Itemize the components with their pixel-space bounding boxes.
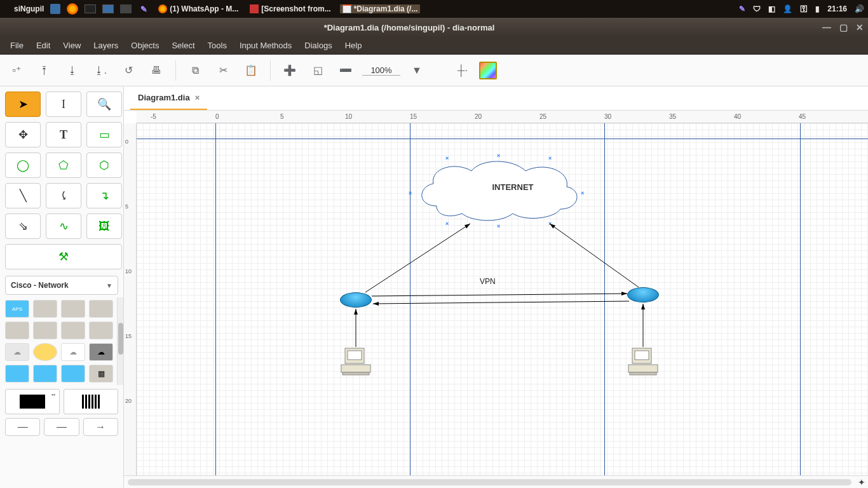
undo-icon[interactable]: ↺ <box>117 59 140 82</box>
close-button[interactable]: ✕ <box>851 22 868 32</box>
fit-button[interactable]: ✦ <box>855 477 868 487</box>
tray-feather-icon[interactable]: ✎ <box>739 4 745 13</box>
shape-palette-selector[interactable]: Cisco - Network ▼ <box>5 276 118 295</box>
outline-tool[interactable]: ⚒ <box>5 244 122 269</box>
shape-flat2[interactable] <box>33 322 57 339</box>
snap-icon[interactable]: ┼· <box>451 59 474 82</box>
terminal-right[interactable] <box>627 347 659 376</box>
shape-oval[interactable] <box>33 343 57 361</box>
zigzag-tool[interactable]: ↴ <box>86 183 122 208</box>
box-tool[interactable]: ▭ <box>86 122 122 147</box>
shape-router3[interactable] <box>61 365 85 383</box>
zoom-in-icon[interactable]: ➕ <box>278 59 301 82</box>
guide-v3[interactable] <box>604 123 605 475</box>
move-tool[interactable]: ✥ <box>5 122 41 147</box>
cloud-internet[interactable]: INTERNET × × × × × × × × <box>411 155 583 225</box>
arc-tool[interactable]: ⤹ <box>46 183 81 208</box>
screenshot-icon[interactable] <box>120 4 132 13</box>
menu-file[interactable]: File <box>4 38 30 53</box>
line-end-arrow-style[interactable]: → <box>83 418 118 436</box>
horizontal-scrollbar[interactable] <box>128 479 851 485</box>
image-tool[interactable]: 🖼 <box>86 214 122 239</box>
shape-cloud1[interactable]: ☁ <box>5 343 29 361</box>
paste-icon[interactable]: 📋 <box>240 59 262 82</box>
key-icon[interactable]: ⚿ <box>800 4 808 13</box>
router-right[interactable] <box>627 287 659 302</box>
shield-icon[interactable]: 🛡 <box>753 4 761 13</box>
task-screenshot[interactable]: [Screenshot from... <box>247 4 333 13</box>
bezier-tool[interactable]: ∿ <box>46 214 81 239</box>
menu-view[interactable]: View <box>57 38 87 53</box>
menu-edit[interactable]: Edit <box>30 38 57 53</box>
line-pattern[interactable] <box>64 389 118 414</box>
shape-box2[interactable] <box>61 300 85 318</box>
vpn-label[interactable]: VPN <box>480 277 496 286</box>
router-left[interactable] <box>340 292 372 308</box>
battery-icon[interactable]: ▮ <box>815 4 820 13</box>
shape-aps[interactable]: APS <box>5 300 29 318</box>
feather-icon[interactable]: ✎ <box>138 3 149 15</box>
new-doc-icon[interactable]: ▫⁺ <box>5 59 28 82</box>
ellipse-tool[interactable]: ◯ <box>5 152 41 178</box>
text-cursor-tool[interactable]: I <box>46 92 81 117</box>
shape-flat1[interactable] <box>5 322 29 339</box>
shape-flat4[interactable] <box>89 322 113 339</box>
shape-box3[interactable] <box>89 300 113 318</box>
print-icon[interactable]: 🖶 <box>145 59 168 82</box>
shape-cloud2[interactable]: ☁ <box>61 343 85 361</box>
horizontal-ruler[interactable]: -5 0 5 10 15 20 25 30 35 40 45 <box>137 111 868 123</box>
taskbar-app-icon[interactable] <box>50 4 60 14</box>
text-tool[interactable]: T <box>46 122 81 147</box>
canvas[interactable]: INTERNET × × × × × × × × <box>137 123 868 475</box>
menu-input-methods[interactable]: Input Methods <box>233 38 298 53</box>
shape-router2[interactable] <box>33 365 57 383</box>
task-dia[interactable]: *Diagram1.dia (/... <box>340 4 421 13</box>
terminal-left[interactable] <box>340 347 372 376</box>
beziergon-tool[interactable]: ⬡ <box>86 152 122 178</box>
shape-box1[interactable] <box>33 300 57 318</box>
menu-select[interactable]: Select <box>165 38 201 53</box>
tab-diagram1[interactable]: Diagram1.dia × <box>130 87 207 110</box>
menu-dialogs[interactable]: Dialogs <box>298 38 338 53</box>
line-style[interactable]: — <box>44 418 79 436</box>
polyline-tool[interactable]: ⇘ <box>5 214 41 239</box>
guide-h1[interactable] <box>137 139 868 139</box>
open-icon[interactable]: ⭱ <box>33 59 56 82</box>
hostname[interactable]: siNgupil <box>14 4 44 13</box>
clock[interactable]: 21:16 <box>827 4 847 13</box>
menu-layers[interactable]: Layers <box>87 38 125 53</box>
zoom-dropdown-icon[interactable]: ▼ <box>405 59 428 82</box>
menu-tools[interactable]: Tools <box>201 38 233 53</box>
vertical-ruler[interactable]: 0 5 10 15 20 <box>124 123 137 475</box>
save-icon[interactable]: ⭳ <box>61 59 84 82</box>
volume-icon[interactable]: 🔊 <box>855 4 864 13</box>
shape-router1[interactable] <box>5 365 29 383</box>
shape-flat3[interactable] <box>61 322 85 339</box>
line-start-style[interactable]: — <box>5 418 40 436</box>
color-picker-icon[interactable] <box>479 62 497 79</box>
files-icon[interactable] <box>102 4 114 13</box>
shape-rack[interactable]: ▦ <box>89 365 113 383</box>
guide-v4[interactable] <box>800 123 801 475</box>
cut-icon[interactable]: ✂ <box>212 59 234 82</box>
guide-v2[interactable] <box>410 123 410 475</box>
minimize-button[interactable]: — <box>818 22 835 32</box>
zoom-value[interactable]: 100% <box>362 65 400 76</box>
zoom-out-icon[interactable]: ➖ <box>334 59 357 82</box>
fg-bg-color-swap[interactable]: ↔ <box>5 389 60 414</box>
menu-help[interactable]: Help <box>339 38 369 53</box>
firefox-icon[interactable] <box>67 3 78 15</box>
magnify-tool[interactable]: 🔍 <box>86 92 122 117</box>
task-whatsapp[interactable]: (1) WhatsApp - M... <box>156 4 241 13</box>
zoom-fit-icon[interactable]: ◱ <box>306 59 329 82</box>
user-icon[interactable]: 👤 <box>783 4 792 13</box>
polygon-tool[interactable]: ⬠ <box>46 152 81 178</box>
pointer-tool[interactable]: ➤ <box>5 92 41 117</box>
save-as-icon[interactable]: ⭳. <box>89 59 112 82</box>
copy-icon[interactable]: ⧉ <box>184 59 207 82</box>
guide-v1[interactable] <box>215 123 216 475</box>
maximize-button[interactable]: ▢ <box>835 22 851 32</box>
line-tool[interactable]: ╲ <box>5 183 41 208</box>
menu-objects[interactable]: Objects <box>125 38 165 53</box>
tray-square-icon[interactable]: ◧ <box>768 4 775 13</box>
